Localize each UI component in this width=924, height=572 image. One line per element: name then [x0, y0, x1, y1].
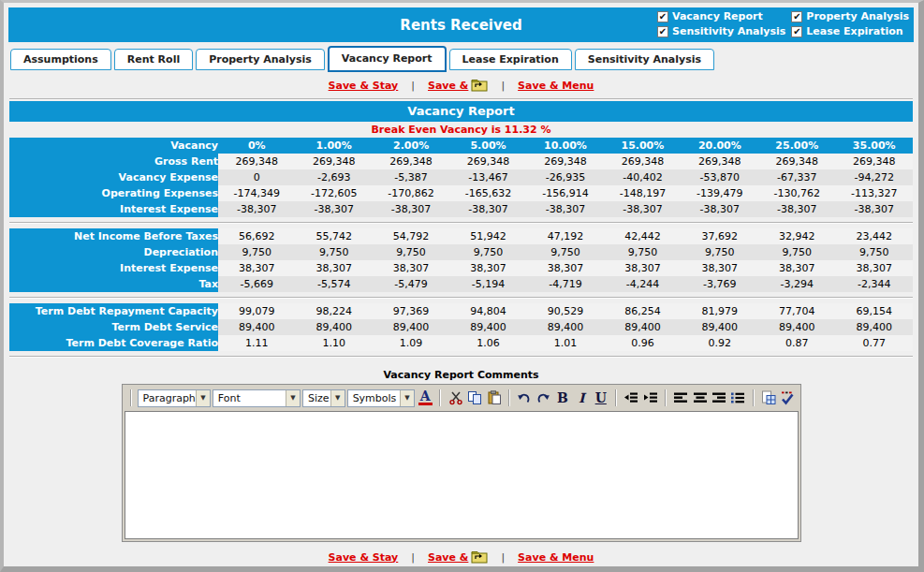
value-cell: -40,402	[604, 169, 681, 185]
folder-up-icon	[471, 79, 488, 92]
align-center-icon[interactable]	[691, 388, 708, 408]
toolbar-separator	[665, 389, 667, 406]
value-cell: 47,192	[527, 228, 604, 244]
checkbox-lease-expiration[interactable]: ✔Lease Expiration	[791, 25, 909, 37]
column-header: 5.00%	[449, 138, 526, 154]
font-color-icon[interactable]: A	[417, 388, 433, 408]
tab-sensitivity-analysis[interactable]: Sensitivity Analysis	[575, 49, 714, 70]
value-cell: -53,870	[682, 169, 758, 185]
font-dropdown[interactable]: Font▼	[213, 389, 301, 407]
tab-lease-expiration[interactable]: Lease Expiration	[449, 49, 572, 70]
checkbox-icon: ✔	[657, 11, 668, 22]
block-gap	[8, 217, 914, 228]
bullet-list-icon[interactable]	[729, 388, 746, 408]
rich-text-toolbar: Paragraph▼Font▼Size▼Symbols▼ABIU	[125, 385, 799, 411]
value-cell: 56,692	[218, 228, 295, 244]
horizontal-divider	[9, 98, 913, 100]
value-cell: -4,719	[527, 276, 604, 292]
value-cell: 38,307	[373, 260, 449, 276]
undo-icon[interactable]	[516, 388, 533, 408]
value-cell: 1.06	[449, 335, 526, 351]
value-cell: 0.92	[682, 335, 758, 351]
underline-icon[interactable]: U	[593, 388, 609, 408]
value-cell: 38,307	[295, 260, 372, 276]
underline-glyph: U	[595, 390, 607, 405]
value-cell: 89,400	[295, 319, 372, 335]
value-cell: 81,979	[682, 303, 758, 319]
chevron-down-icon[interactable]: ▼	[400, 390, 414, 406]
tab-vacancy-report[interactable]: Vacancy Report	[328, 46, 447, 72]
toolbar-separator	[439, 389, 441, 406]
tab-property-analysis[interactable]: Property Analysis	[196, 49, 325, 70]
table-row: Term Debt Coverage Ratio1.111.101.091.06…	[9, 335, 913, 351]
checkbox-label: Vacancy Report	[672, 10, 763, 22]
save-and-exit-label: Save &	[428, 551, 468, 564]
save-links-top: Save & Stay | Save & | Save & Menu	[8, 70, 914, 98]
value-cell: 89,400	[836, 319, 914, 335]
value-cell: -172,605	[295, 185, 372, 201]
tab-rent-roll[interactable]: Rent Roll	[114, 49, 193, 70]
value-cell: -38,307	[604, 201, 681, 217]
value-cell: -5,387	[373, 169, 449, 185]
value-cell: -38,307	[527, 201, 604, 217]
redo-icon[interactable]	[535, 388, 551, 408]
outdent-icon[interactable]	[623, 388, 639, 408]
column-header: 20.00%	[682, 138, 758, 154]
save-and-menu-link[interactable]: Save & Menu	[518, 551, 594, 564]
spellcheck-icon[interactable]	[779, 388, 796, 408]
value-cell: 9,750	[758, 244, 835, 260]
checkbox-label: Property Analysis	[806, 10, 909, 22]
font-color-glyph: A	[418, 390, 433, 405]
save-and-exit-link[interactable]: Save &	[428, 550, 488, 564]
symbols-dropdown[interactable]: Symbols▼	[347, 389, 415, 407]
save-and-exit-link[interactable]: Save &	[428, 79, 488, 92]
align-left-icon[interactable]	[672, 388, 689, 408]
comments-editor[interactable]	[125, 411, 799, 539]
tab-assumptions[interactable]: Assumptions	[10, 49, 111, 70]
italic-icon[interactable]: I	[573, 388, 590, 408]
value-cell: 38,307	[449, 260, 526, 276]
value-cell: -2,344	[836, 276, 914, 292]
link-separator: |	[411, 551, 415, 564]
cut-icon[interactable]	[447, 388, 463, 408]
save-and-stay-link[interactable]: Save & Stay	[329, 80, 399, 92]
column-header: 2.00%	[373, 138, 449, 154]
checkbox-sensitivity-analysis[interactable]: ✔Sensitivity Analysis	[657, 25, 785, 37]
value-cell: 77,704	[758, 303, 835, 319]
table-row: Tax-5,669-5,574-5,479-5,194-4,719-4,244-…	[9, 276, 913, 292]
value-cell: 89,400	[682, 319, 758, 335]
value-cell: 269,348	[682, 154, 758, 169]
value-cell: 51,942	[449, 228, 526, 244]
value-cell: 269,348	[758, 154, 835, 169]
copy-icon[interactable]	[466, 388, 483, 408]
value-cell: 38,307	[758, 260, 835, 276]
bold-icon[interactable]: B	[554, 388, 571, 408]
paragraph-dropdown[interactable]: Paragraph▼	[138, 389, 211, 407]
value-cell: 0.77	[836, 335, 914, 351]
chevron-down-icon[interactable]: ▼	[330, 390, 345, 406]
block-gap	[8, 351, 914, 362]
chevron-down-icon[interactable]: ▼	[286, 390, 300, 406]
paste-icon[interactable]	[485, 388, 502, 408]
save-and-menu-link[interactable]: Save & Menu	[518, 80, 594, 92]
column-header: 0%	[218, 138, 295, 154]
value-cell: 54,792	[373, 228, 449, 244]
checkbox-vacancy-report[interactable]: ✔Vacancy Report	[657, 10, 785, 22]
link-separator: |	[411, 80, 415, 92]
value-cell: 0.96	[604, 335, 681, 351]
align-right-icon[interactable]	[711, 388, 727, 408]
checkbox-property-analysis[interactable]: ✔Property Analysis	[791, 10, 909, 22]
value-cell: 89,400	[449, 319, 526, 335]
insert-table-icon[interactable]	[760, 388, 777, 408]
size-dropdown[interactable]: Size▼	[302, 389, 345, 407]
chevron-down-icon[interactable]: ▼	[196, 390, 210, 406]
horizontal-divider	[9, 222, 913, 224]
value-cell: 69,154	[836, 303, 914, 319]
save-and-stay-link[interactable]: Save & Stay	[329, 551, 399, 564]
value-cell: -139,479	[682, 185, 758, 201]
report-checkbox-group: ✔Vacancy Report✔Property Analysis✔Sensit…	[657, 10, 909, 37]
comments-label: Vacancy Report Comments	[8, 362, 914, 384]
value-cell: 38,307	[682, 260, 758, 276]
value-cell: 42,442	[604, 228, 681, 244]
indent-icon[interactable]	[641, 388, 658, 408]
